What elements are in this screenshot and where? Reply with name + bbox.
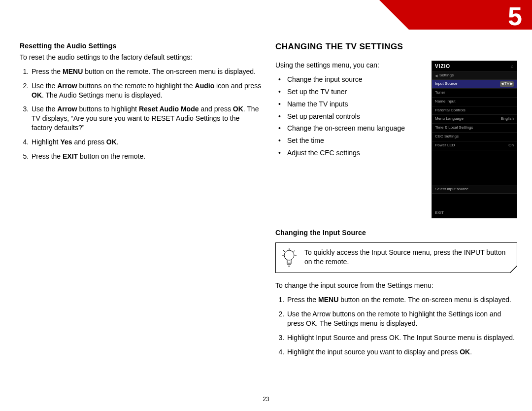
list-item: Set the time xyxy=(286,136,423,145)
list-item: Press the EXIT button on the remote. xyxy=(31,152,262,161)
intro-tv-settings: Using the settings menu, you can: xyxy=(275,61,423,70)
list-item: Set up the TV tuner xyxy=(286,87,423,97)
osd-row: Power LEDOn xyxy=(432,141,517,150)
list-item: Press the MENU button on the remote. The… xyxy=(286,295,517,305)
list-item: Press the MENU button on the remote. The… xyxy=(31,67,262,76)
list-item: Highlight Yes and press OK. xyxy=(31,137,262,147)
osd-row: Parental Controls xyxy=(432,106,517,115)
osd-screenshot: VIZIO ⌂ ◀Settings Input Source◀ TV ▶ Tun… xyxy=(432,61,517,218)
chapter-tab: 5 xyxy=(409,0,532,30)
lightbulb-icon xyxy=(281,248,298,267)
bullet-list: Change the input source Set up the TV tu… xyxy=(275,75,423,158)
list-item: Change the input source xyxy=(286,75,423,84)
steps-reset-audio: Press the MENU button on the remote. The… xyxy=(20,67,262,161)
list-item: Highlight the input source you want to d… xyxy=(286,347,517,357)
list-item: Set up parental controls xyxy=(286,112,423,121)
list-item: Use the Arrow buttons on the remote to h… xyxy=(286,309,517,328)
home-icon: ⌂ xyxy=(511,63,514,70)
tip-callout: To quickly access the Input Source menu,… xyxy=(275,242,517,273)
chapter-number: 5 xyxy=(508,0,522,34)
heading-input-source: Changing the Input Source xyxy=(275,228,517,238)
list-item: Highlight Input Source and press OK. The… xyxy=(286,333,517,342)
osd-row-input-source: Input Source◀ TV ▶ xyxy=(432,80,517,89)
heading-tv-settings: CHANGING THE TV SETTINGS xyxy=(275,41,517,53)
back-arrow-icon: ◀ xyxy=(435,73,437,78)
left-column: Resetting the Audio Settings To reset th… xyxy=(20,41,262,363)
svg-point-0 xyxy=(284,250,294,260)
list-item: Change the on-screen menu language xyxy=(286,124,423,133)
list-item: Adjust the CEC settings xyxy=(286,148,423,158)
osd-exit: EXIT xyxy=(432,208,517,218)
osd-row: Menu LanguageEnglish xyxy=(432,115,517,124)
osd-row: Name Input xyxy=(432,98,517,106)
list-item: Use the Arrow buttons on the remote to h… xyxy=(31,81,262,100)
intro-change-input: To change the input source from the Sett… xyxy=(275,281,517,290)
osd-brand: VIZIO xyxy=(435,63,450,70)
steps-change-input: Press the MENU button on the remote. The… xyxy=(275,295,517,356)
osd-row: Tuner xyxy=(432,89,517,98)
page-number: 23 xyxy=(0,395,532,403)
list-item: Use the Arrow buttons to highlight Reset… xyxy=(31,104,262,133)
osd-row: Time & Local Settings xyxy=(432,124,517,133)
svg-line-8 xyxy=(283,250,285,252)
osd-row: CEC Settings xyxy=(432,133,517,141)
tip-text: To quickly access the Input Source menu,… xyxy=(304,248,505,266)
svg-line-9 xyxy=(294,250,295,252)
intro-reset-audio: To reset the audio settings to the facto… xyxy=(20,53,262,62)
heading-reset-audio: Resetting the Audio Settings xyxy=(20,41,262,51)
list-item: Name the TV inputs xyxy=(286,100,423,109)
osd-hint: Select input source xyxy=(432,185,517,194)
right-column: CHANGING THE TV SETTINGS Using the setti… xyxy=(275,41,517,363)
osd-menu-title: Settings xyxy=(439,73,454,78)
